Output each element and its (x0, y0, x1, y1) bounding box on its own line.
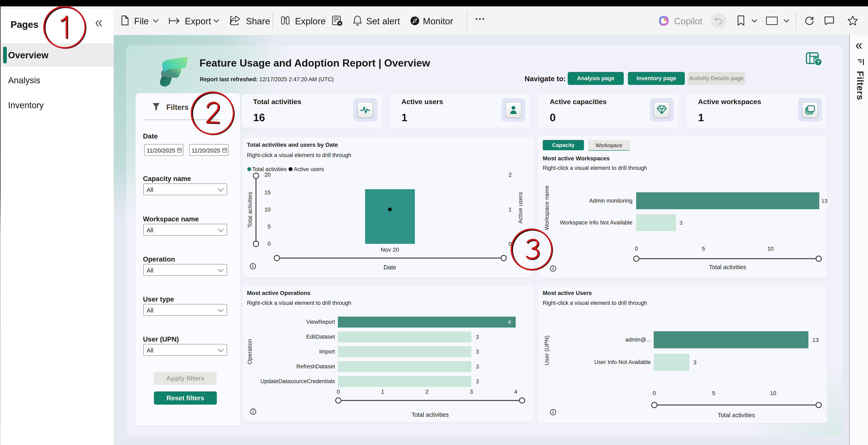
svg-text:?: ? (817, 59, 820, 65)
